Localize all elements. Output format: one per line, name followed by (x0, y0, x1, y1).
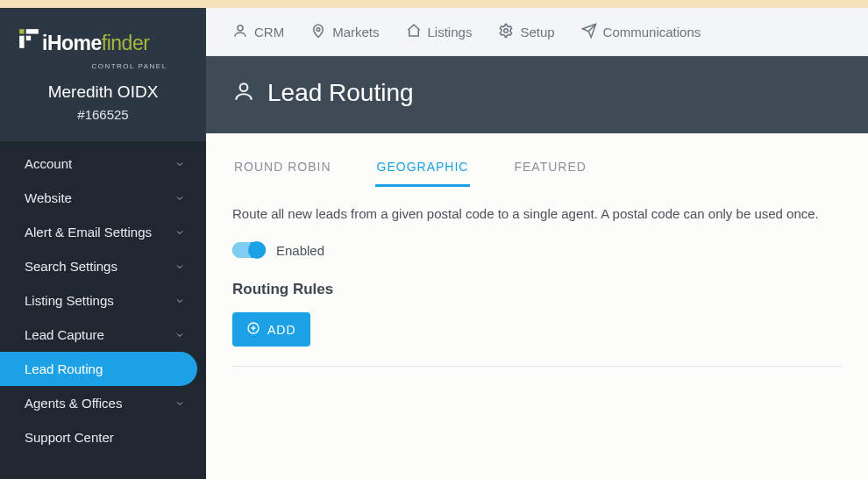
tab-geographic[interactable]: GEOGRAPHIC (375, 154, 471, 187)
chevron-down-icon (173, 191, 187, 205)
svg-rect-3 (26, 36, 31, 40)
chevron-down-icon (173, 260, 187, 274)
sidebar-item-lead-routing[interactable]: Lead Routing (0, 352, 197, 386)
topnav-setup[interactable]: Setup (489, 18, 563, 46)
app-root: iHomefinder CONTROL PANEL Meredith OIDX … (0, 8, 868, 479)
sidebar-item-alert-email[interactable]: Alert & Email Settings (0, 215, 206, 249)
user-name: Meredith OIDX (9, 82, 197, 102)
tabs: ROUND ROBIN GEOGRAPHIC FEATURED (232, 154, 842, 187)
person-icon (232, 80, 255, 106)
top-nav: CRM Markets Listings Setup Communication… (206, 8, 868, 56)
tab-featured[interactable]: FEATURED (512, 154, 587, 186)
brand-name-strong: iHome (42, 32, 102, 55)
pin-icon (310, 23, 326, 41)
add-button[interactable]: ADD (232, 312, 310, 347)
sidebar-item-label: Website (25, 190, 72, 205)
topnav-label: Setup (520, 25, 554, 39)
sidebar: iHomefinder CONTROL PANEL Meredith OIDX … (0, 8, 206, 479)
divider (232, 366, 842, 367)
add-button-label: ADD (267, 323, 296, 337)
sidebar-item-label: Lead Routing (25, 361, 103, 376)
topnav-markets[interactable]: Markets (302, 18, 388, 46)
svg-point-5 (317, 27, 320, 31)
brand-name-light: finder (102, 32, 150, 55)
sidebar-item-listing-settings[interactable]: Listing Settings (0, 283, 206, 318)
plus-circle-icon (246, 321, 260, 338)
topnav-label: CRM (254, 25, 284, 39)
sidebar-item-account[interactable]: Account (0, 147, 206, 181)
chevron-down-icon (173, 397, 187, 411)
user-id: #166525 (9, 107, 197, 122)
page-header: Lead Routing (206, 56, 868, 133)
topnav-communications[interactable]: Communications (573, 18, 710, 46)
tab-round-robin[interactable]: ROUND ROBIN (232, 154, 333, 186)
svg-rect-0 (19, 29, 24, 33)
svg-point-7 (240, 83, 248, 91)
home-icon (406, 23, 422, 41)
chevron-down-icon (173, 225, 187, 240)
brand-subtitle: CONTROL PANEL (0, 62, 206, 70)
sidebar-item-label: Search Settings (25, 259, 117, 274)
chevron-down-icon (173, 294, 187, 308)
chevron-down-icon (173, 328, 187, 342)
chevron-down-icon (173, 157, 187, 171)
svg-point-4 (238, 25, 243, 31)
sidebar-item-agents-offices[interactable]: Agents & Offices (0, 386, 206, 420)
sidebar-item-label: Account (25, 156, 72, 171)
brand-logo-icon (18, 27, 40, 50)
sidebar-item-label: Lead Capture (25, 327, 104, 342)
user-block: Meredith OIDX #166525 (0, 70, 206, 141)
sidebar-item-lead-capture[interactable]: Lead Capture (0, 318, 206, 352)
sidebar-item-label: Support Center (25, 430, 114, 445)
sidebar-item-label: Agents & Offices (25, 396, 122, 411)
content: ROUND ROBIN GEOGRAPHIC FEATURED Route al… (206, 133, 868, 479)
topnav-crm[interactable]: CRM (224, 18, 293, 46)
person-icon (232, 23, 248, 41)
sidebar-item-label: Listing Settings (25, 293, 114, 308)
send-icon (581, 23, 597, 41)
topnav-label: Listings (428, 25, 473, 39)
page-title: Lead Routing (267, 79, 414, 107)
main: CRM Markets Listings Setup Communication… (206, 8, 868, 479)
svg-rect-1 (26, 29, 39, 33)
sidebar-nav: Account Website Alert & Email Settings S… (0, 141, 206, 479)
enabled-toggle[interactable] (232, 242, 266, 258)
topnav-listings[interactable]: Listings (397, 18, 481, 46)
topnav-label: Markets (332, 25, 379, 39)
sidebar-item-support-center[interactable]: Support Center (0, 420, 206, 454)
browser-top-band (0, 0, 868, 8)
sidebar-item-website[interactable]: Website (0, 181, 206, 215)
brand: iHomefinder (0, 8, 206, 64)
sidebar-item-label: Alert & Email Settings (25, 225, 152, 240)
sidebar-item-search-settings[interactable]: Search Settings (0, 249, 206, 283)
brand-block: iHomefinder CONTROL PANEL (0, 8, 206, 70)
svg-rect-2 (19, 36, 24, 48)
topnav-label: Communications (603, 25, 701, 39)
enabled-toggle-label: Enabled (276, 243, 324, 258)
tab-description: Route all new leads from a given postal … (232, 206, 842, 221)
routing-rules-title: Routing Rules (232, 281, 842, 298)
gear-icon (498, 23, 514, 41)
svg-point-6 (504, 28, 509, 32)
enabled-toggle-row: Enabled (232, 242, 842, 258)
